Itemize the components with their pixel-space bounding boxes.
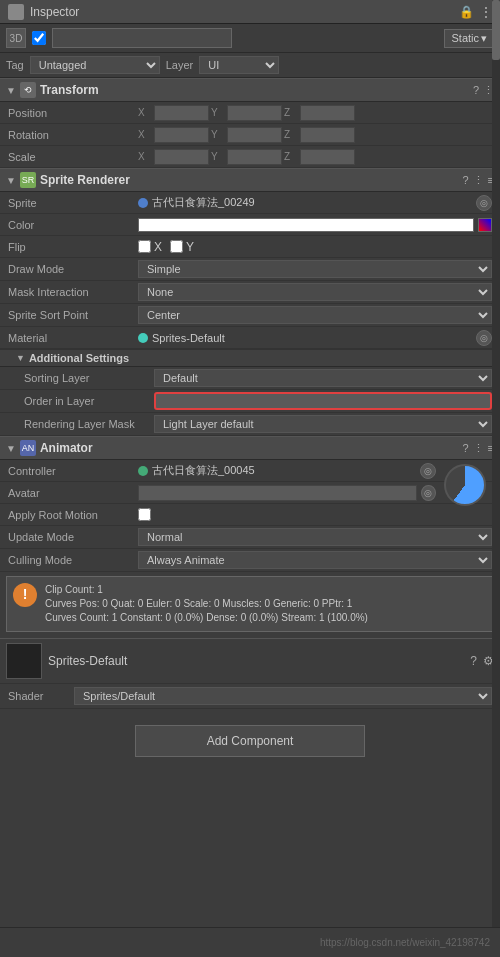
- scale-y-input[interactable]: 100.7878: [227, 149, 282, 165]
- object-3d-icon: 3D: [6, 28, 26, 48]
- additional-settings-arrow[interactable]: ▼: [16, 353, 25, 363]
- sprite-name-value: 古代日食算法_00249: [152, 195, 472, 210]
- material-help-icon[interactable]: ?: [470, 654, 477, 668]
- material-select-btn[interactable]: ◎: [476, 330, 492, 346]
- menu-icon[interactable]: ⋮: [480, 5, 492, 19]
- order-in-layer-row: Order in Layer -1: [0, 390, 500, 413]
- apply-root-motion-row: Apply Root Motion: [0, 504, 500, 526]
- title-bar-actions: 🔒 ⋮: [459, 5, 492, 19]
- mask-interaction-select[interactable]: None: [138, 283, 492, 301]
- object-name-input[interactable]: 日式算法: [52, 28, 232, 48]
- animator-section-header[interactable]: ▼ AN Animator ? ⋮ ≡: [0, 436, 500, 460]
- sprite-sort-point-label: Sprite Sort Point: [8, 309, 138, 321]
- lock-icon[interactable]: 🔒: [459, 5, 474, 19]
- add-component-button[interactable]: Add Component: [135, 725, 365, 757]
- warning-line1: Clip Count: 1: [45, 583, 368, 597]
- position-row: Position X 4 Y 0 Z -21: [0, 102, 500, 124]
- sorting-layer-select[interactable]: Default: [154, 369, 492, 387]
- pos-z-input[interactable]: -21: [300, 105, 355, 121]
- controller-name-value: 古代日食算法_00045: [152, 463, 416, 478]
- static-button[interactable]: Static ▾: [444, 29, 494, 48]
- rendering-layer-mask-select[interactable]: Light Layer default: [154, 415, 492, 433]
- transform-title: Transform: [40, 83, 469, 97]
- flip-y-checkbox[interactable]: [170, 240, 183, 253]
- sprite-renderer-icon: SR: [20, 172, 36, 188]
- sprite-renderer-arrow[interactable]: ▼: [6, 175, 16, 186]
- layer-select[interactable]: UI: [199, 56, 279, 74]
- update-mode-label: Update Mode: [8, 531, 138, 543]
- animator-help-icon[interactable]: ?: [462, 442, 468, 454]
- rot-y-input[interactable]: 0: [227, 127, 282, 143]
- material-section-name: Sprites-Default: [48, 654, 464, 668]
- transform-help-icon[interactable]: ?: [473, 84, 479, 96]
- sorting-layer-label: Sorting Layer: [24, 372, 154, 384]
- flip-x-checkbox[interactable]: [138, 240, 151, 253]
- tag-select[interactable]: Untagged: [30, 56, 160, 74]
- rot-z-input[interactable]: 0: [300, 127, 355, 143]
- draw-mode-label: Draw Mode: [8, 263, 138, 275]
- animator-menu-icon[interactable]: ⋮: [473, 442, 484, 455]
- transform-props: Position X 4 Y 0 Z -21 Rotation: [0, 102, 500, 168]
- update-mode-row: Update Mode Normal: [0, 526, 500, 549]
- draw-mode-select[interactable]: Simple: [138, 260, 492, 278]
- color-label: Color: [8, 219, 138, 231]
- color-picker-icon[interactable]: [478, 218, 492, 232]
- culling-mode-select[interactable]: Always Animate: [138, 551, 492, 569]
- animator-pie-icon: [444, 464, 486, 506]
- sprite-sort-point-select[interactable]: Center: [138, 306, 492, 324]
- sprite-renderer-menu-icon[interactable]: ⋮: [473, 174, 484, 187]
- sprite-renderer-title: Sprite Renderer: [40, 173, 459, 187]
- object-header: 3D 日式算法 Static ▾: [0, 24, 500, 53]
- animator-arrow[interactable]: ▼: [6, 443, 16, 454]
- material-preview: [6, 643, 42, 679]
- add-component-area: Add Component: [0, 709, 500, 773]
- tag-layer-row: Tag Untagged Layer UI: [0, 53, 500, 78]
- rot-x-input[interactable]: 0: [154, 127, 209, 143]
- footer-url: https://blog.csdn.net/weixin_42198742: [320, 937, 490, 948]
- sprite-select-btn[interactable]: ◎: [476, 195, 492, 211]
- controller-row: Controller 古代日食算法_00045 ◎: [0, 460, 500, 482]
- material-section: Sprites-Default ? ⚙: [0, 638, 500, 684]
- controller-dot-icon: [138, 466, 148, 476]
- order-in-layer-label: Order in Layer: [24, 395, 154, 407]
- layer-label: Layer: [166, 59, 194, 71]
- scale-y-label: Y: [211, 151, 225, 162]
- transform-section-header[interactable]: ▼ ⟲ Transform ? ⋮: [0, 78, 500, 102]
- flip-label: Flip: [8, 241, 138, 253]
- shader-row: Shader Sprites/Default: [0, 684, 500, 709]
- scale-x-input[interactable]: 102.1036: [154, 149, 209, 165]
- sprite-renderer-help-icon[interactable]: ?: [462, 174, 468, 186]
- object-active-checkbox[interactable]: [32, 31, 46, 45]
- pos-y-label: Y: [211, 107, 225, 118]
- transform-arrow[interactable]: ▼: [6, 85, 16, 96]
- pos-z-label: Z: [284, 107, 298, 118]
- color-swatch[interactable]: [138, 218, 474, 232]
- title-bar: Inspector 🔒 ⋮: [0, 0, 500, 24]
- warning-line2: Curves Pos: 0 Quat: 0 Euler: 0 Scale: 0 …: [45, 597, 368, 611]
- pos-x-input[interactable]: 4: [154, 105, 209, 121]
- culling-mode-label: Culling Mode: [8, 554, 138, 566]
- controller-select-btn[interactable]: ◎: [420, 463, 436, 479]
- mask-interaction-label: Mask Interaction: [8, 286, 138, 298]
- animator-icon: AN: [20, 440, 36, 456]
- avatar-label: Avatar: [8, 487, 138, 499]
- footer: https://blog.csdn.net/weixin_42198742: [0, 927, 500, 957]
- avatar-input[interactable]: None (Avatar): [138, 485, 417, 501]
- scroll-thumb[interactable]: [492, 0, 500, 60]
- shader-select[interactable]: Sprites/Default: [74, 687, 492, 705]
- order-in-layer-input[interactable]: -1: [154, 392, 492, 410]
- material-dot-icon: [138, 333, 148, 343]
- scale-label: Scale: [8, 151, 138, 163]
- transform-icon: ⟲: [20, 82, 36, 98]
- scale-x-label: X: [138, 151, 152, 162]
- scrollbar[interactable]: [492, 0, 500, 927]
- sprite-renderer-section-header[interactable]: ▼ SR Sprite Renderer ? ⋮ ≡: [0, 168, 500, 192]
- warning-icon: !: [13, 583, 37, 607]
- update-mode-select[interactable]: Normal: [138, 528, 492, 546]
- rot-y-label: Y: [211, 129, 225, 140]
- additional-settings-header[interactable]: ▼ Additional Settings: [0, 349, 500, 367]
- apply-root-motion-checkbox[interactable]: [138, 508, 151, 521]
- scale-z-input[interactable]: 108: [300, 149, 355, 165]
- pos-y-input[interactable]: 0: [227, 105, 282, 121]
- avatar-select-btn[interactable]: ◎: [421, 485, 436, 501]
